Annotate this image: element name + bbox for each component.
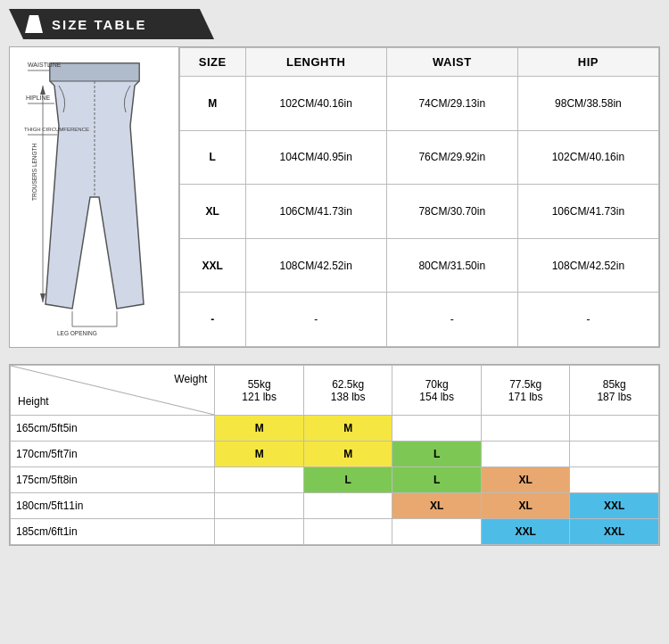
wh-cell-1-4: [570, 442, 659, 467]
svg-text:TROUSERS LENGTH: TROUSERS LENGTH: [31, 143, 37, 201]
weight-label: Weight: [174, 373, 207, 385]
wh-cell-0-1: M: [303, 416, 392, 442]
weight-header-4: 85kg187 lbs: [570, 366, 659, 416]
height-cell-1: 170cm/5ft7in: [11, 442, 215, 467]
size-cell-size: -: [180, 293, 246, 347]
wh-cell-3-4: XXL: [570, 493, 659, 519]
height-cell-4: 185cm/6ft1in: [11, 519, 215, 545]
col-size: SIZE: [180, 48, 246, 77]
size-table-header: SIZE TABLE: [9, 9, 214, 39]
weight-height-section: Weight Height 55kg121 lbs62.5kg138 lbs70…: [9, 364, 660, 546]
weight-header-2: 70kg154 lbs: [392, 366, 482, 416]
svg-text:LEG OPENING: LEG OPENING: [57, 330, 97, 336]
size-cell-size: XL: [180, 185, 246, 239]
weight-height-table: Weight Height 55kg121 lbs62.5kg138 lbs70…: [10, 365, 659, 545]
size-cell-length: -: [245, 293, 386, 347]
wh-cell-4-2: [392, 519, 482, 545]
wh-cell-4-4: XXL: [570, 519, 659, 545]
wh-cell-0-0: M: [215, 416, 304, 442]
header-icon: [25, 15, 43, 33]
header-title: SIZE TABLE: [52, 17, 146, 32]
height-cell-3: 180cm/5ft11in: [11, 493, 215, 519]
size-cell-length: 104CM/40.95in: [245, 130, 386, 185]
height-cell-2: 175cm/5ft8in: [11, 467, 215, 493]
weight-header-0: 55kg121 lbs: [215, 366, 304, 416]
wh-cell-0-2: [392, 416, 482, 442]
wh-cell-0-4: [570, 416, 659, 442]
col-waist: WAIST: [386, 48, 517, 77]
wh-cell-2-2: L: [392, 467, 482, 493]
weight-header-1: 62.5kg138 lbs: [303, 366, 392, 416]
wh-cell-1-3: [481, 442, 570, 467]
weight-header-3: 77.5kg171 lbs: [481, 366, 570, 416]
size-cell-hip: 108CM/42.52in: [517, 238, 658, 293]
size-cell-hip: 106CM/41.73in: [517, 185, 658, 239]
height-label: Height: [18, 395, 49, 408]
wh-cell-1-2: L: [392, 442, 482, 467]
svg-marker-10: [40, 293, 45, 302]
wh-cell-4-0: [215, 519, 304, 545]
wh-cell-2-3: XL: [481, 467, 570, 493]
svg-marker-9: [40, 86, 45, 95]
wh-cell-4-3: XXL: [481, 519, 570, 545]
wh-cell-1-1: M: [303, 442, 392, 467]
size-cell-hip: 102CM/40.16in: [517, 130, 658, 185]
wh-cell-3-0: [215, 493, 304, 519]
wh-cell-0-3: [481, 416, 570, 442]
wh-cell-3-3: XL: [481, 493, 570, 519]
wh-cell-4-1: [303, 519, 392, 545]
size-top-section: WAISTLINE HIPLINE THIGH CIRCUMFERENCE TR…: [9, 46, 660, 348]
svg-text:HIPLINE: HIPLINE: [26, 95, 51, 101]
size-cell-hip: 98CM/38.58in: [517, 77, 658, 131]
size-cell-waist: -: [386, 293, 517, 347]
pants-diagram: WAISTLINE HIPLINE THIGH CIRCUMFERENCE TR…: [23, 54, 166, 340]
size-cell-waist: 78CM/30.70in: [386, 185, 517, 239]
wh-cell-3-2: XL: [392, 493, 482, 519]
svg-rect-0: [50, 63, 139, 81]
size-cell-length: 108CM/42.52in: [245, 238, 386, 293]
corner-cell: Weight Height: [11, 366, 215, 416]
size-data-table: SIZE LENGHTH WAIST HIP M102CM/40.16in74C…: [179, 47, 659, 347]
size-cell-size: XXL: [180, 238, 246, 293]
wh-cell-2-4: [570, 467, 659, 493]
col-hip: HIP: [517, 48, 658, 77]
svg-text:WAISTLINE: WAISTLINE: [28, 62, 62, 68]
wh-cell-2-0: [215, 467, 304, 493]
wh-cell-3-1: [303, 493, 392, 519]
size-cell-hip: -: [517, 293, 658, 347]
size-cell-size: M: [180, 77, 246, 131]
size-cell-length: 102CM/40.16in: [245, 77, 386, 131]
svg-text:THIGH CIRCUMFERENCE: THIGH CIRCUMFERENCE: [24, 127, 89, 132]
height-cell-0: 165cm/5ft5in: [11, 416, 215, 442]
wh-cell-1-0: M: [215, 442, 304, 467]
size-cell-length: 106CM/41.73in: [245, 185, 386, 239]
wh-cell-2-1: L: [303, 467, 392, 493]
diagram-area: WAISTLINE HIPLINE THIGH CIRCUMFERENCE TR…: [10, 47, 179, 347]
size-cell-waist: 80CM/31.50in: [386, 238, 517, 293]
size-cell-waist: 76CM/29.92in: [386, 130, 517, 185]
col-length: LENGHTH: [245, 48, 386, 77]
size-cell-waist: 74CM/29.13in: [386, 77, 517, 131]
size-cell-size: L: [180, 130, 246, 185]
